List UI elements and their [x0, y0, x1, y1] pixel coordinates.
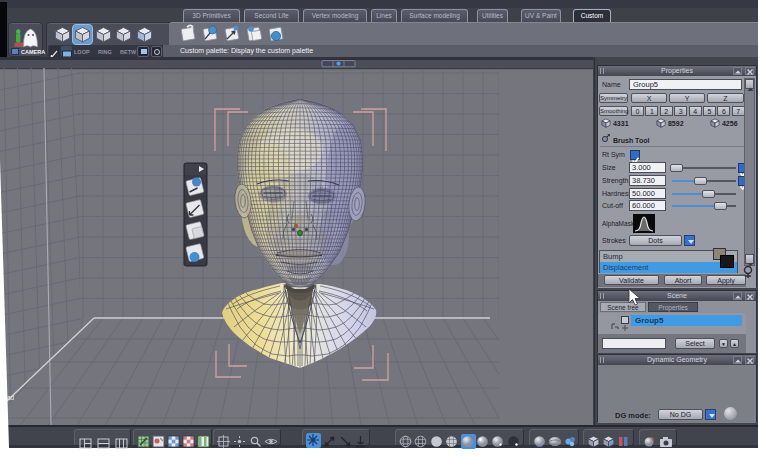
svg-text:ad: ad — [7, 394, 15, 401]
